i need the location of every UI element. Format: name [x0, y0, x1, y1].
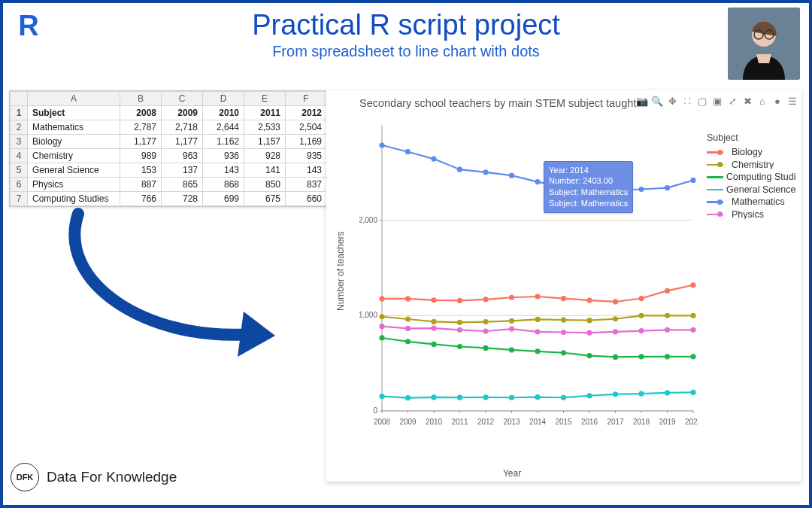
r-logo: R	[9, 8, 48, 44]
chart-ylabel: Number of teachers	[335, 232, 346, 311]
sheet-cell[interactable]: 766	[120, 192, 162, 206]
sheet-cell[interactable]: 887	[120, 178, 162, 192]
sheet-cell[interactable]: 1,162	[203, 135, 244, 149]
sheet-cell[interactable]: 2009	[162, 106, 203, 120]
tt-l1: Year:	[549, 166, 568, 175]
chart-modebar[interactable]: 📷🔍✥⸬▢▣⤢✖⌂●☰	[636, 95, 798, 107]
sheet-col-header[interactable]: F	[286, 92, 327, 106]
sheet-cell[interactable]: 728	[162, 192, 203, 206]
sheet-cell[interactable]: 2010	[203, 106, 244, 120]
sheet-cell[interactable]: 699	[203, 192, 244, 206]
sheet-cell[interactable]: 868	[203, 178, 244, 192]
legend-item[interactable]: Physics	[707, 210, 795, 220]
sheet-cell[interactable]: 1,177	[120, 135, 162, 149]
svg-point-83	[431, 325, 436, 330]
sheet-cell[interactable]: 143	[286, 163, 327, 178]
sheet-cell[interactable]: 141	[244, 163, 286, 178]
sheet-row-header[interactable]: 6	[11, 178, 28, 192]
sheet-cell[interactable]: 2,533	[244, 120, 286, 135]
sheet-cell[interactable]: 2,504	[286, 120, 327, 135]
sheet-row-header[interactable]: 3	[11, 135, 28, 149]
pan-icon[interactable]: ✥	[666, 95, 678, 107]
sheet-cell[interactable]: 2008	[120, 106, 162, 120]
sheet-col-header[interactable]: E	[244, 92, 286, 106]
page-subtitle: From spreadsheet to line chart with dots	[3, 42, 809, 60]
sheet-cell[interactable]: 935	[286, 149, 327, 163]
svg-point-58	[457, 298, 462, 303]
sheet-col-header[interactable]: B	[120, 92, 162, 106]
sheet-row-header[interactable]: 1	[11, 106, 28, 120]
boxselect-icon[interactable]: ⸬	[681, 95, 693, 107]
sheet-col-header[interactable]: C	[162, 92, 203, 106]
sheet-cell[interactable]: 2,787	[120, 120, 162, 135]
sheet-cell[interactable]: 137	[162, 163, 203, 178]
sheet-cell[interactable]: 989	[120, 149, 162, 163]
zoom-icon[interactable]: 🔍	[651, 95, 663, 107]
chart-xlabel: Year	[326, 468, 698, 479]
sheet-cell[interactable]: 1,169	[286, 135, 327, 149]
legend-item[interactable]: Chemistry	[707, 160, 795, 170]
sheet-cell[interactable]: 2012	[286, 106, 327, 120]
sheet-cell[interactable]: 143	[203, 163, 244, 178]
zoomout-icon[interactable]: ▣	[711, 95, 723, 107]
sheet-row-header[interactable]: 7	[11, 192, 28, 206]
menu-icon[interactable]: ☰	[786, 95, 798, 107]
sheet-cell[interactable]: Mathematics	[28, 120, 120, 135]
sheet-cell[interactable]: 1,157	[244, 135, 286, 149]
sheet-col-header[interactable]	[11, 92, 28, 106]
sheet-cell[interactable]: 675	[244, 192, 286, 206]
sheet-cell[interactable]: Physics	[28, 178, 120, 192]
svg-text:2014: 2014	[529, 418, 547, 426]
zoomin-icon[interactable]: ▢	[696, 95, 708, 107]
sheet-col-header[interactable]: D	[203, 92, 244, 106]
sheet-cell[interactable]: Computing Studies	[28, 192, 120, 206]
sheet-cell[interactable]: 963	[162, 149, 203, 163]
svg-point-108	[405, 395, 411, 400]
sheet-cell[interactable]: 2,718	[162, 120, 203, 135]
sheet-cell[interactable]: Chemistry	[28, 149, 120, 163]
svg-point-93	[690, 327, 695, 333]
chart-plot[interactable]: 01,0002,00020082009201020112012201320142…	[359, 120, 698, 437]
svg-point-91	[638, 328, 644, 333]
svg-text:2015: 2015	[555, 418, 572, 426]
svg-text:2013: 2013	[503, 418, 520, 426]
sheet-cell[interactable]: 1,177	[162, 135, 203, 149]
sheet-cell[interactable]: 837	[286, 178, 327, 192]
legend-item[interactable]: Mathematics	[707, 197, 795, 207]
sheet-row-header[interactable]: 5	[11, 163, 28, 178]
svg-point-104	[638, 354, 644, 359]
sheet-cell[interactable]: 2,644	[203, 120, 244, 135]
sheet-cell[interactable]: Biology	[28, 135, 120, 149]
sheet-cell[interactable]: Subject	[28, 106, 120, 120]
svg-point-111	[483, 394, 488, 400]
sheet-cell[interactable]: General Science	[28, 163, 120, 178]
svg-point-77	[613, 316, 618, 321]
sheet-cell[interactable]: 153	[120, 163, 162, 178]
sheet-col-header[interactable]: A	[28, 92, 120, 106]
reset-icon[interactable]: ✖	[741, 95, 753, 107]
dfk-text: Data For Knowledge	[47, 469, 177, 485]
legend-item[interactable]: Biology	[707, 148, 795, 157]
svg-point-57	[431, 297, 436, 303]
svg-point-115	[586, 393, 592, 398]
svg-point-75	[561, 317, 566, 322]
autoscale-icon[interactable]: ⤢	[726, 95, 738, 107]
sheet-row-header[interactable]: 2	[11, 120, 28, 135]
home-icon[interactable]: ⌂	[756, 95, 768, 107]
legend-label: Mathematics	[732, 197, 785, 207]
camera-icon[interactable]: 📷	[636, 95, 648, 107]
chart-legend[interactable]: SubjectBiologyChemistryComputing Studies…	[707, 132, 797, 222]
svg-point-118	[665, 390, 670, 395]
svg-point-113	[535, 394, 540, 400]
legend-item[interactable]: Computing Studies	[707, 172, 795, 182]
sheet-cell[interactable]: 928	[244, 149, 286, 163]
sheet-cell[interactable]: 2011	[244, 106, 286, 120]
legend-item[interactable]: General Science	[707, 185, 795, 195]
sheet-cell[interactable]: 850	[244, 178, 286, 192]
sheet-cell[interactable]: 865	[162, 178, 203, 192]
svg-point-73	[509, 318, 514, 324]
sheet-cell[interactable]: 660	[286, 192, 327, 206]
toggle-icon[interactable]: ●	[771, 95, 783, 107]
sheet-cell[interactable]: 936	[203, 149, 244, 163]
sheet-row-header[interactable]: 4	[11, 149, 28, 163]
